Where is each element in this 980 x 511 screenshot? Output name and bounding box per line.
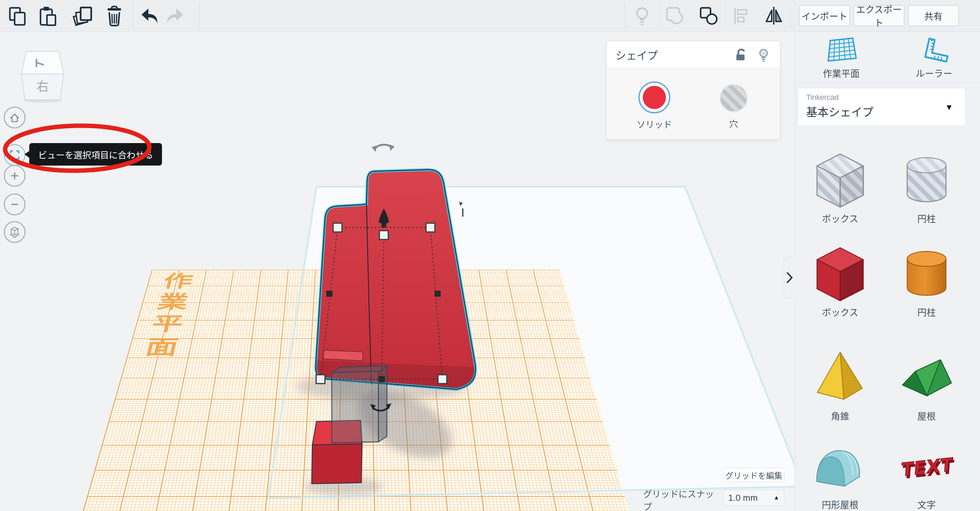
copy-icon [6,5,28,27]
undo-icon [138,5,160,27]
bulb-icon [631,5,653,27]
mouse-cursor [459,202,463,217]
shape-item-text[interactable]: TEXT TEXT 文字 [889,441,964,511]
home-view-button[interactable] [4,107,25,128]
sidebar-tools-row: 作業平面 ルーラー [795,32,980,83]
toolbar-separator [725,2,726,29]
hole-box-thumb [811,150,869,209]
view-cube-top-face[interactable] [21,51,64,74]
shape-item-label: 円形屋根 [822,498,859,511]
ungroup-button[interactable] [697,4,721,28]
shape-item-label: 文字 [917,498,936,511]
shape-item-roof[interactable]: 屋根 [889,348,964,422]
workplane-tool[interactable]: 作業平面 [795,32,888,83]
cyan-round-roof-thumb [811,441,869,496]
green-roof-thumb [898,348,956,407]
solid-color-swatch [643,86,666,109]
paste-icon [37,5,59,27]
toolbar-separator [659,2,660,29]
shape-item-cylinder-orange[interactable]: 円柱 [889,244,964,319]
redo-icon [165,5,186,27]
shape-item-label: ボックス [822,212,858,225]
home-icon [8,111,21,125]
shape-library-select[interactable]: Tinkercad 基本シェイプ ▼ [798,88,966,126]
zoom-out-button[interactable] [4,193,25,215]
ruler-icon [918,37,950,64]
group-button[interactable] [664,4,689,28]
toolbar-separator [133,2,133,29]
duplicate-icon [72,5,94,27]
shape-item-round-roof[interactable]: 円形屋根 [803,441,878,511]
mirror-icon [763,5,785,27]
duplicate-button[interactable] [70,4,95,28]
shape-item-label: 円柱 [917,212,936,225]
workplane-grid-icon [825,37,858,64]
shape-panel-header: シェイプ [607,41,780,69]
ungroup-icon [698,5,720,27]
hole-label: 穴 [729,117,738,129]
3d-viewport[interactable]: 作業平面 [0,32,795,511]
toolbar-separator [791,2,791,29]
yellow-pyramid-thumb [811,348,869,407]
view-cube-front-label: 右 [37,80,49,94]
selected-red-object[interactable] [316,170,476,390]
mirror-button[interactable] [762,4,786,28]
perspective-toggle-button[interactable] [4,221,25,243]
trash-icon [103,5,125,27]
fit-view-button[interactable] [4,144,25,166]
red-box-thumb [811,244,869,303]
delete-button[interactable] [102,4,127,28]
ruler-tool[interactable]: ルーラー [888,32,980,83]
sidebar-collapse-button[interactable] [784,257,795,298]
show-all-button[interactable] [630,4,654,28]
export-button[interactable]: エクスポート [853,5,904,26]
solid-selected-ring [638,81,670,113]
gray-hole-box[interactable] [332,366,387,443]
top-toolbar: インポート エクスポート 共有 [0,0,980,32]
seat-top-face [323,350,363,361]
shape-item-box-hole[interactable]: ボックス [803,150,878,225]
snap-to-grid-label: グリッドにスナップ [643,492,720,507]
hole-cylinder-thumb [898,150,956,209]
group-icon [666,5,687,27]
plus-icon [8,170,21,182]
align-button[interactable] [730,4,754,28]
bulb-icon[interactable] [756,47,771,62]
hole-option[interactable]: 穴 [719,83,748,129]
import-button[interactable]: インポート [799,5,850,26]
shapes-sidebar: 作業平面 ルーラー Tinkercad 基本シェイプ ▼ [795,32,980,511]
shape-item-box-red[interactable]: ボックス [803,244,878,319]
unlock-icon[interactable] [733,47,749,62]
shape-item-cylinder-hole[interactable]: 円柱 [889,150,964,225]
fit-view-icon [8,149,21,161]
caret-up-icon: ▲ [773,494,779,501]
toolbar-separator [625,2,625,29]
align-icon [731,5,753,27]
library-selected: 基本シェイプ [806,103,957,120]
view-cube[interactable]: 右 [19,50,66,102]
snap-value-select[interactable]: 1.0 mm ▲ [723,490,784,506]
zoom-in-button[interactable] [4,165,25,187]
workplane-tool-label: 作業平面 [823,66,859,80]
red-text-thumb: TEXT TEXT [898,441,956,496]
shape-panel-title: シェイプ [616,47,726,62]
toolbar-separator [199,2,199,29]
undo-button[interactable] [137,4,161,28]
shape-item-pyramid[interactable]: 角錐 [803,348,878,422]
fit-view-tooltip: ビューを選択項目に合わせる [29,143,162,166]
library-brand: Tinkercad [806,93,957,102]
hole-swatch [719,83,748,113]
paste-button[interactable] [36,4,60,28]
snap-value: 1.0 mm [728,493,758,503]
shape-item-label: ボックス [822,305,858,319]
chevron-right-icon [784,271,795,284]
share-button[interactable]: 共有 [908,5,959,26]
solid-option[interactable]: ソリッド [637,81,672,130]
edit-grid-button[interactable]: グリッドを編集 [723,468,784,482]
shape-item-label: 屋根 [917,409,936,422]
redo-button[interactable] [163,4,188,28]
copy-button[interactable] [5,4,30,28]
shape-item-label: 角錐 [831,409,850,422]
rotate-handle-top[interactable] [372,144,395,152]
tooltip-arrow [24,151,29,158]
